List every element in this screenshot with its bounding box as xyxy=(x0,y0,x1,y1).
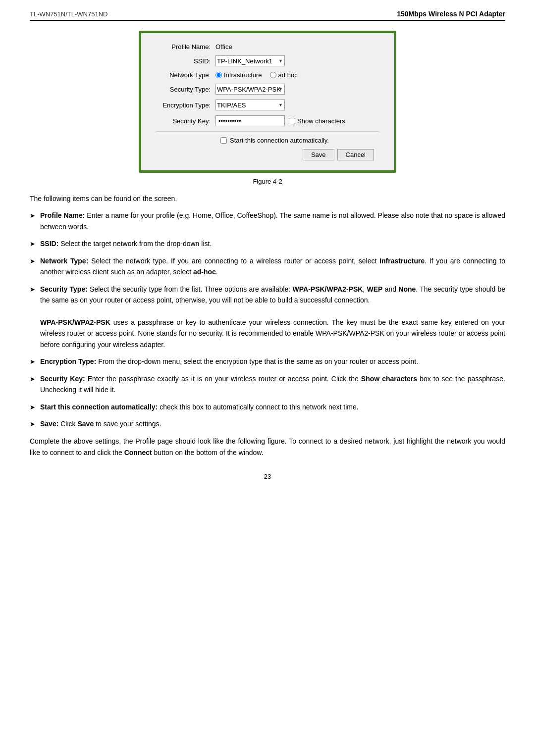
bullet-term: Security Key: xyxy=(40,375,85,383)
ssid-label: SSID: xyxy=(156,57,215,65)
profile-name-value: Office xyxy=(215,43,232,50)
intro-text: The following items can be found on the … xyxy=(30,193,505,204)
security-type-label: Security Type: xyxy=(156,86,215,93)
ssid-select[interactable]: TP-LINK_Network1 xyxy=(215,55,285,66)
auto-connect-checkbox[interactable] xyxy=(220,137,227,144)
encryption-type-label: Encryption Type: xyxy=(156,101,215,109)
bullet-term: Profile Name: xyxy=(40,211,85,219)
list-item: ➤ Start this connection automatically: c… xyxy=(30,402,505,413)
bullet-arrow-icon: ➤ xyxy=(30,256,35,267)
network-type-row: Network Type: Infrastructure ad hoc xyxy=(156,71,379,79)
dialog-button-row: Save Cancel xyxy=(156,149,379,160)
bullet-arrow-icon: ➤ xyxy=(30,374,35,385)
adhoc-option[interactable]: ad hoc xyxy=(270,71,298,79)
adhoc-radio[interactable] xyxy=(270,72,276,78)
bullet-text: Encryption Type: From the drop-down menu… xyxy=(40,356,505,367)
bullet-arrow-icon: ➤ xyxy=(30,239,35,250)
save-button[interactable]: Save xyxy=(303,149,334,160)
bullet-text: Network Type: Select the network type. I… xyxy=(40,255,505,278)
cancel-button[interactable]: Cancel xyxy=(337,149,374,160)
auto-connect-row: Start this connection automatically. xyxy=(220,137,379,144)
list-item: ➤ Security Type: Select the security typ… xyxy=(30,284,505,350)
network-type-label: Network Type: xyxy=(156,71,215,79)
security-type-select-wrapper[interactable]: WPA-PSK/WPA2-PSK xyxy=(215,84,285,95)
bullet-text: SSID: Select the target network from the… xyxy=(40,238,505,249)
ssid-select-wrapper[interactable]: TP-LINK_Network1 xyxy=(215,55,285,66)
list-item: ➤ Profile Name: Enter a name for your pr… xyxy=(30,210,505,232)
dialog-content: Profile Name: Office SSID: TP-LINK_Netwo… xyxy=(141,33,394,170)
security-key-input[interactable] xyxy=(215,115,285,126)
bullet-arrow-icon: ➤ xyxy=(30,211,35,221)
bullet-arrow-icon: ➤ xyxy=(30,403,35,413)
security-key-input-group: Show characters xyxy=(215,115,345,126)
header-model: TL-WN751N/TL-WN751ND xyxy=(30,10,107,18)
bullet-arrow-icon: ➤ xyxy=(30,357,35,367)
security-key-row: Security Key: Show characters xyxy=(156,115,379,126)
list-item: ➤ Save: Click Save to save your settings… xyxy=(30,418,505,430)
list-item: ➤ Security Key: Enter the passphrase exa… xyxy=(30,373,505,396)
outro-text: Complete the above settings, the Profile… xyxy=(30,436,505,458)
encryption-type-select[interactable]: TKIP/AES xyxy=(215,100,285,110)
infrastructure-label: Infrastructure xyxy=(224,71,262,79)
infrastructure-radio[interactable] xyxy=(215,72,222,78)
security-type-select[interactable]: WPA-PSK/WPA2-PSK xyxy=(215,84,285,95)
auto-connect-label: Start this connection automatically. xyxy=(230,137,329,144)
bullet-arrow-icon: ➤ xyxy=(30,285,35,295)
security-key-label: Security Key: xyxy=(156,117,215,125)
bullet-arrow-icon: ➤ xyxy=(30,419,35,430)
network-type-radio-group: Infrastructure ad hoc xyxy=(215,71,298,79)
infrastructure-option[interactable]: Infrastructure xyxy=(215,71,262,79)
bullet-term: Save: xyxy=(40,420,58,428)
bullet-text: Save: Click Save to save your settings. xyxy=(40,418,505,429)
bullet-term: Encryption Type: xyxy=(40,357,96,365)
security-type-row: Security Type: WPA-PSK/WPA2-PSK xyxy=(156,84,379,95)
list-item: ➤ Network Type: Select the network type.… xyxy=(30,255,505,278)
page-number: 23 xyxy=(30,473,505,480)
ssid-row: SSID: TP-LINK_Network1 xyxy=(156,55,379,66)
encryption-type-row: Encryption Type: TKIP/AES xyxy=(156,100,379,110)
page-header: TL-WN751N/TL-WN751ND 150Mbps Wireless N … xyxy=(30,10,505,21)
show-characters-text: Show characters xyxy=(297,117,345,125)
list-item: ➤ Encryption Type: From the drop-down me… xyxy=(30,356,505,367)
bullet-text: Profile Name: Enter a name for your prof… xyxy=(40,210,505,232)
bullet-term: Network Type: xyxy=(40,257,88,265)
list-item: ➤ SSID: Select the target network from t… xyxy=(30,238,505,250)
profile-name-row: Profile Name: Office xyxy=(156,43,379,50)
profile-name-label: Profile Name: xyxy=(156,43,215,50)
bullet-list: ➤ Profile Name: Enter a name for your pr… xyxy=(30,210,505,430)
figure-caption: Figure 4-2 xyxy=(30,178,505,185)
bullet-text: Security Type: Select the security type … xyxy=(40,284,505,350)
encryption-type-select-wrapper[interactable]: TKIP/AES xyxy=(215,100,285,110)
adhoc-label: ad hoc xyxy=(278,71,298,79)
bullet-term: SSID: xyxy=(40,240,58,248)
show-characters-label[interactable]: Show characters xyxy=(289,117,345,125)
show-characters-checkbox[interactable] xyxy=(289,118,295,124)
header-product: 150Mbps Wireless N PCI Adapter xyxy=(397,10,505,18)
bullet-term: Security Type: xyxy=(40,285,88,293)
dialog-box: Profile Name: Office SSID: TP-LINK_Netwo… xyxy=(139,31,396,173)
bullet-text: Security Key: Enter the passphrase exact… xyxy=(40,373,505,396)
bullet-text: Start this connection automatically: che… xyxy=(40,402,505,412)
form-divider xyxy=(156,131,379,132)
bullet-term: Start this connection automatically: xyxy=(40,403,158,411)
